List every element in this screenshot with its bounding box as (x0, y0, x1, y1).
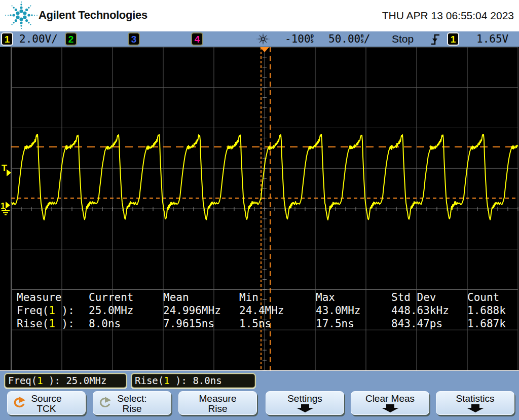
softkey-clear-meas-button[interactable]: Clear Meas (351, 391, 429, 415)
measurement-value: 843.47ps (391, 318, 442, 330)
run-state: Stop (392, 33, 414, 45)
col-header: Min (239, 291, 258, 303)
softkey-statistics-button[interactable]: Statistics (436, 391, 514, 415)
oscilloscope-screen: Agilent Technologies THU APR 13 06:55:04… (0, 0, 519, 420)
trigger-source-badge: 1 (447, 32, 459, 46)
measurement-value: 8.0ns (89, 318, 121, 330)
trigger-slope-icon (430, 33, 441, 46)
freq-result-badge: Freq(1 ): 25.0MHz (4, 373, 127, 389)
trigger-level-marker-icon: T (2, 163, 11, 176)
measurement-value: 7.9615ns (163, 318, 214, 330)
measurement-value: 43.0MHz (316, 304, 361, 317)
trigger-level-readout: 1.65V (476, 33, 508, 45)
measurement-row-label: Rise(1 ): (17, 318, 75, 330)
measurement-value: 24.4MHz (239, 304, 284, 317)
status-bar: 1 2.00V/ 2 3 4 -100ps 50.00ns/ Stop 1 1.… (0, 31, 519, 47)
header: Agilent Technologies THU APR 13 06:55:04… (0, 0, 519, 31)
timebase-readout: 50.00ns/ (328, 33, 370, 45)
down-arrow-icon (293, 404, 317, 412)
channel1-ground-marker-icon: 1 (1, 201, 10, 215)
rise-result-badge: Rise(1 ): 8.0ns (131, 373, 256, 389)
measurement-value: 448.63kHz (391, 304, 449, 317)
delay-readout: -100ps (285, 33, 314, 45)
measurement-value: 1.688k (467, 304, 506, 317)
rotate-knob-icon (98, 396, 112, 409)
svg-text:1: 1 (1, 201, 5, 211)
down-arrow-icon (378, 404, 402, 412)
rotate-knob-icon (12, 396, 26, 409)
col-header: Std Dev (391, 291, 436, 303)
col-header: Max (316, 291, 335, 303)
softkey-source-button[interactable]: Source TCK (7, 391, 86, 415)
channel3-badge: 3 (128, 32, 140, 46)
measurement-value: 17.5ns (316, 318, 354, 330)
channel1-badge: 1 (1, 32, 13, 46)
channel4-badge: 4 (191, 32, 203, 46)
down-arrow-icon (463, 404, 488, 412)
svg-text:T: T (2, 163, 7, 173)
softkey-settings-button[interactable]: Settings (266, 391, 344, 415)
col-header: Count (467, 291, 499, 303)
col-header: Measure (17, 291, 62, 303)
measurement-value: 1.5ns (239, 318, 271, 330)
measurement-value: 25.0MHz (89, 304, 134, 317)
softkey-select-button[interactable]: Select: Rise (93, 391, 171, 415)
measurement-row-label: Freq(1 ): (17, 304, 75, 317)
col-header: Mean (163, 291, 189, 303)
channel2-badge: 2 (65, 32, 77, 46)
measurement-value: 1.687k (467, 318, 506, 330)
datetime-readout: THU APR 13 06:55:04 2023 (382, 10, 514, 22)
channel1-scale: 2.00V/ (19, 33, 58, 45)
bottom-panel: Freq(1 ): 25.0MHz Rise(1 ): 8.0ns Source… (0, 370, 519, 420)
waveform-display: T 1 Measure Current Mean Min Max Std Dev… (0, 47, 519, 370)
agilent-logo-icon (4, 0, 39, 31)
spark-icon (256, 32, 270, 46)
softkey-measure-button[interactable]: Measure Rise (178, 391, 257, 415)
brand-title: Agilent Technologies (39, 9, 147, 22)
col-header: Current (89, 291, 134, 303)
measurement-value: 24.996MHz (163, 304, 221, 317)
